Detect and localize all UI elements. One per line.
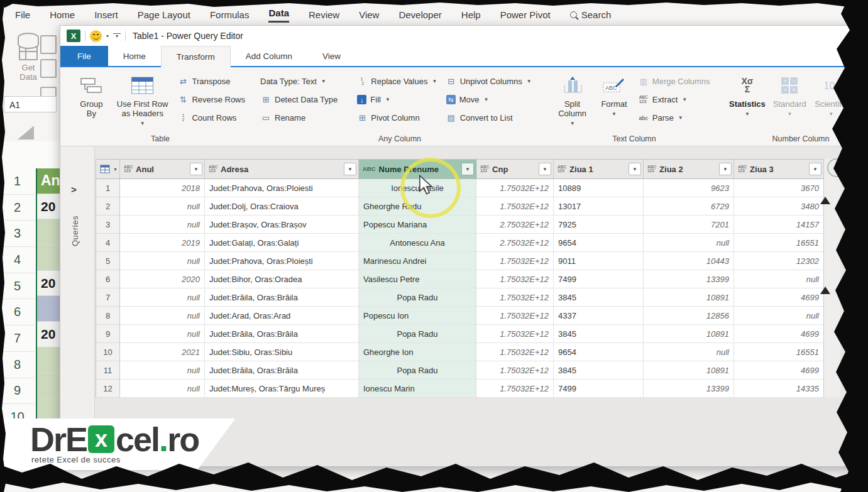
excel-tab-help[interactable]: Help <box>461 9 481 23</box>
rename-button[interactable]: ▭ Rename <box>258 109 351 127</box>
cell-nume[interactable]: Marinescu Andrei <box>359 252 476 270</box>
column-filter-dropdown[interactable]: ▼ <box>461 163 474 175</box>
excel-cell-a3[interactable] <box>37 219 61 245</box>
count-rows-button[interactable]: 1 2 Count Rows <box>175 109 248 127</box>
column-filter-dropdown[interactable]: ▼ <box>629 163 641 175</box>
cell-ziua2[interactable]: null <box>644 343 734 361</box>
cell-ziua1[interactable]: 3845 <box>554 325 644 343</box>
excel-cell-a1[interactable]: An <box>37 168 61 194</box>
cell-ziua2[interactable]: 13399 <box>644 270 734 288</box>
excel-cell-a7[interactable]: 20 <box>37 322 61 347</box>
move-button[interactable]: ⇆ Move ▼ <box>443 90 542 109</box>
row-number[interactable]: 9 <box>96 325 120 343</box>
excel-tab-page-layout[interactable]: Page Layout <box>138 9 190 23</box>
column-header-ziua-2[interactable]: ABC 123Ziua 2▼ <box>644 159 734 179</box>
transpose-button[interactable]: ⇄ Transpose <box>175 72 248 90</box>
cell-ziua3[interactable]: 3670 <box>734 179 824 197</box>
cell-adresa[interactable]: Judet:Sibiu, Oras:Sibiu <box>205 343 359 361</box>
cell-cnp[interactable]: 2.75032E+12 <box>476 234 554 252</box>
cell-ziua1[interactable]: 4337 <box>554 307 644 325</box>
column-filter-dropdown[interactable]: ▼ <box>809 163 821 175</box>
excel-row-header-8[interactable]: 8 <box>0 352 35 378</box>
convert-to-list-button[interactable]: ▤ Convert to List <box>443 109 542 127</box>
cell-adresa[interactable]: Judet:Arad, Oras:Arad <box>205 307 359 325</box>
row-number[interactable]: 11 <box>96 361 120 380</box>
select-all-corner[interactable] <box>18 126 34 139</box>
row-number[interactable]: 6 <box>96 270 120 288</box>
cell-cnp[interactable]: 1.75032E+12 <box>476 252 554 270</box>
group-by-button[interactable]: Group By <box>73 71 110 120</box>
cell-cnp[interactable]: 1.75032E+12 <box>476 270 554 288</box>
excel-tab-file[interactable]: File <box>15 9 30 23</box>
queries-pane-label[interactable]: Queries <box>70 216 80 246</box>
cell-cnp[interactable]: 1.75032E+12 <box>476 307 554 325</box>
cell-ziua1[interactable]: 7499 <box>554 270 644 288</box>
cell-ziua1[interactable]: 13017 <box>554 197 644 216</box>
excel-cell-a2[interactable]: 20 <box>37 194 61 220</box>
cell-ziua1[interactable]: 3845 <box>554 288 644 307</box>
excel-row-header-4[interactable]: 4 <box>0 247 35 273</box>
cell-adresa[interactable]: Judet:Prahova, Oras:Ploiești <box>205 252 359 270</box>
cell-ziua1[interactable]: 9011 <box>554 252 644 270</box>
cell-nume[interactable]: Gheorghe Ion <box>359 343 476 361</box>
excel-tab-review[interactable]: Review <box>309 9 339 23</box>
rounding-button[interactable]: .00 →.0 <box>854 90 868 109</box>
cell-ziua3[interactable]: null <box>734 307 824 325</box>
smiley-feedback-icon[interactable] <box>90 30 102 42</box>
cell-anul[interactable]: 2020 <box>120 270 205 288</box>
cell-cnp[interactable]: 1.75032E+12 <box>476 197 554 216</box>
excel-cell-a6[interactable] <box>37 296 61 322</box>
cell-cnp[interactable]: 1.75032E+12 <box>476 179 554 197</box>
excel-row-header-9[interactable]: 9 <box>0 378 35 405</box>
reverse-rows-button[interactable]: ⇅ Reverse Rows <box>175 90 248 109</box>
queries-expand-chevron-icon[interactable]: > <box>71 184 77 195</box>
information-button[interactable]: ⊞ <box>854 109 868 127</box>
column-header-ziua-1[interactable]: ABC 123Ziua 1▼ <box>554 159 644 179</box>
excel-tab-insert[interactable]: Insert <box>94 9 118 23</box>
column-type-icon[interactable]: ABC 123 <box>124 165 133 173</box>
cell-nume[interactable]: Popescu Mariana <box>359 216 476 234</box>
excel-row-header-7[interactable]: 7 <box>0 325 35 352</box>
cell-anul[interactable]: null <box>120 216 205 234</box>
cell-ziua3[interactable]: 12302 <box>734 252 824 270</box>
cell-ziua3[interactable]: null <box>734 270 824 288</box>
statistics-button[interactable]: ΧσΣ Statistics ▼ <box>727 71 768 121</box>
cell-nume[interactable]: Vasilescu Petre <box>359 270 476 288</box>
row-number[interactable]: 10 <box>96 343 120 361</box>
merge-columns-button[interactable]: ▥ Merge Columns <box>635 72 717 90</box>
cell-ziua3[interactable]: 16551 <box>734 234 824 252</box>
cell-anul[interactable]: 2019 <box>120 234 205 252</box>
column-type-icon[interactable]: ABC 123 <box>209 165 217 173</box>
cell-ziua3[interactable]: 16551 <box>734 343 824 361</box>
unpivot-columns-button[interactable]: ⊟ Unpivot Columns ▼ <box>443 72 542 90</box>
column-header-anul[interactable]: ABC 123Anul▼ <box>120 159 205 179</box>
detect-data-type-button[interactable]: ⊞ Detect Data Type <box>258 90 351 109</box>
cell-cnp[interactable]: 1.75032E+12 <box>476 343 554 361</box>
excel-tab-search[interactable]: Search <box>570 9 612 23</box>
cell-cnp[interactable]: 1.75032E+12 <box>476 288 554 307</box>
cell-nume[interactable]: Ionescu Marin <box>359 380 476 398</box>
excel-cell-a5[interactable]: 20 <box>37 271 61 297</box>
column-filter-dropdown[interactable]: ▼ <box>539 163 551 175</box>
row-number[interactable]: 12 <box>96 380 120 398</box>
pq-tab-file[interactable]: File <box>60 46 108 66</box>
row-number[interactable]: 3 <box>96 216 120 234</box>
cell-ziua2[interactable]: 9623 <box>644 179 734 197</box>
fill-button[interactable]: ↓ Fill ▼ <box>354 90 440 109</box>
excel-row-header-1[interactable]: 1 <box>0 168 35 195</box>
split-column-button[interactable]: Split Column ▼ <box>552 71 593 130</box>
cell-anul[interactable]: 2018 <box>120 179 205 197</box>
cell-ziua3[interactable]: 4699 <box>734 361 824 380</box>
cell-ziua2[interactable]: 10891 <box>644 325 734 343</box>
cell-ziua3[interactable]: 14157 <box>734 216 824 234</box>
column-type-icon[interactable]: ABC 123 <box>738 165 747 173</box>
excel-row-header-2[interactable]: 2 <box>0 195 35 221</box>
column-filter-dropdown[interactable]: ▼ <box>344 163 356 175</box>
cell-ziua1[interactable]: 3845 <box>554 361 644 380</box>
cell-ziua2[interactable]: 10443 <box>644 252 734 270</box>
cell-anul[interactable]: null <box>120 361 205 380</box>
cell-adresa[interactable]: Judet:Prahova, Oras:Ploiesti <box>205 179 359 197</box>
trigonometry-button[interactable] <box>854 72 868 90</box>
excel-row-header-3[interactable]: 3 <box>0 221 35 247</box>
cell-adresa[interactable]: Judet:Brăila, Oras:Brăila <box>205 288 359 307</box>
